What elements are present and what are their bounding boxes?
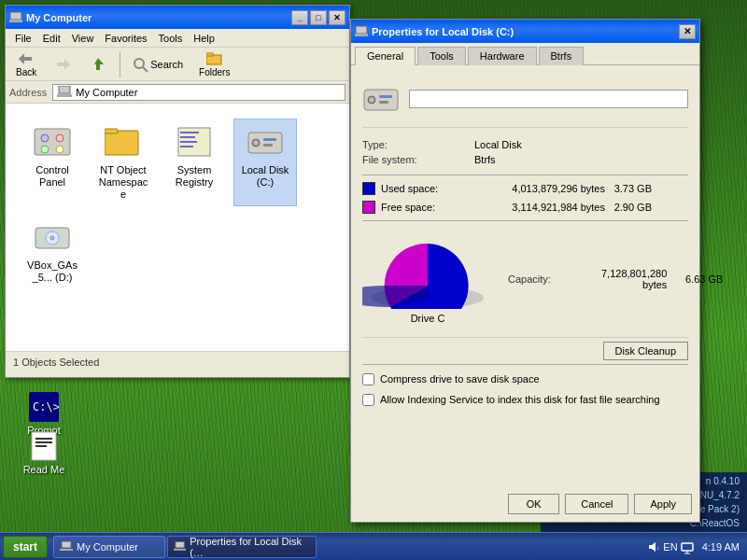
file-icon-local-disk[interactable]: Local Disk (C:) — [233, 119, 297, 206]
menu-edit[interactable]: Edit — [37, 31, 66, 46]
taskbar-item-properties[interactable]: Properties for Local Disk (… — [167, 536, 317, 558]
cancel-button[interactable]: Cancel — [565, 494, 628, 514]
up-button[interactable] — [82, 54, 114, 75]
svg-marker-10 — [94, 58, 104, 64]
file-icon-nt-namespace[interactable]: NT Object Namespace — [92, 119, 155, 206]
search-icon — [132, 56, 148, 73]
minimize-button[interactable]: _ — [291, 10, 308, 25]
disk-cleanup-button[interactable]: Disk Cleanup — [603, 342, 688, 360]
taskbar-tray: ♪ EN 4:19 AM — [639, 539, 747, 554]
tab-tools-label: Tools — [430, 50, 454, 62]
taskbar: start My Computer Properties for Local D… — [0, 532, 747, 560]
desktop-icon-readme[interactable]: Read Me — [11, 431, 77, 476]
type-row: Type: Local Disk — [362, 137, 688, 152]
pie-label: Drive C — [411, 313, 445, 324]
compress-checkbox-row: Compress drive to save disk space — [362, 369, 688, 389]
tab-hardware[interactable]: Hardware — [468, 47, 537, 65]
compress-label: Compress drive to save disk space — [380, 372, 540, 385]
file-icon-control-panel[interactable]: Control Panel — [21, 119, 84, 206]
svg-point-20 — [56, 134, 63, 142]
folders-button[interactable]: Folders — [192, 49, 236, 80]
mycomputer-titlebar-icon — [9, 11, 22, 24]
maximize-button[interactable]: □ — [310, 10, 327, 25]
readme-icon — [29, 431, 59, 461]
file-icon-vbox[interactable]: VBox_GAs_5... (D:) — [21, 214, 84, 288]
local-disk-label: Local Disk (C:) — [238, 164, 292, 189]
taskbar-mycomputer-label: My Computer — [77, 541, 138, 553]
info-table: Type: Local Disk File system: Btrfs — [362, 137, 688, 167]
registry-icon — [176, 123, 213, 161]
menu-file[interactable]: File — [9, 31, 37, 46]
back-icon — [17, 51, 35, 66]
status-text: 1 Objects Selected — [13, 357, 99, 368]
svg-rect-49 — [174, 548, 186, 550]
svg-rect-24 — [105, 129, 118, 133]
svg-rect-39 — [355, 34, 368, 36]
dialog-close-button[interactable]: ✕ — [679, 24, 696, 39]
start-button[interactable]: start — [3, 536, 48, 558]
menu-favorites[interactable]: Favorites — [99, 31, 152, 46]
type-label: Type: — [362, 139, 474, 150]
free-space-bytes: 3,114,921,984 bytes — [474, 202, 605, 213]
svg-rect-43 — [379, 95, 392, 98]
search-button[interactable]: Search — [126, 54, 189, 75]
network-icon — [680, 539, 695, 554]
apply-button[interactable]: Apply — [634, 494, 692, 514]
svg-marker-9 — [57, 59, 70, 70]
tab-general[interactable]: General — [355, 47, 416, 65]
indexing-checkbox[interactable] — [362, 394, 374, 406]
compress-checkbox[interactable] — [362, 373, 374, 385]
folders-label: Folders — [199, 67, 230, 77]
svg-rect-16 — [59, 86, 70, 93]
svg-rect-34 — [263, 144, 273, 147]
separator-3 — [362, 364, 688, 365]
used-space-color — [362, 182, 375, 195]
svg-rect-23 — [105, 131, 138, 155]
svg-rect-4 — [35, 441, 52, 443]
svg-rect-47 — [60, 549, 73, 551]
svg-rect-26 — [180, 132, 199, 133]
menu-tools[interactable]: Tools — [153, 31, 189, 46]
toolbar: Back Search — [6, 48, 349, 81]
capacity-label: Capacity: — [508, 273, 601, 285]
close-button[interactable]: ✕ — [329, 10, 345, 25]
svg-marker-50 — [649, 542, 655, 552]
separator-2 — [362, 220, 688, 221]
address-input[interactable]: My Computer — [52, 84, 345, 101]
file-area: Control Panel NT Object Namespace — [6, 104, 349, 351]
svg-rect-18 — [35, 129, 70, 155]
menu-view[interactable]: View — [66, 31, 100, 46]
tab-tools[interactable]: Tools — [417, 47, 466, 65]
status-bar: 1 Objects Selected — [6, 351, 349, 371]
back-button[interactable]: Back — [9, 49, 43, 80]
properties-dialog: Properties for Local Disk (C:) ✕ General… — [350, 19, 700, 523]
filesystem-label: File system: — [362, 154, 474, 165]
dialog-titlebar: Properties for Local Disk (C:) ✕ — [351, 20, 699, 43]
svg-rect-33 — [263, 138, 276, 141]
search-label: Search — [150, 59, 183, 70]
disk-cleanup-row: Disk Cleanup — [362, 337, 688, 360]
forward-button[interactable] — [47, 54, 78, 75]
drive-name-input[interactable] — [409, 90, 688, 108]
forward-icon — [53, 57, 72, 72]
file-icon-registry[interactable]: System Registry — [162, 119, 226, 206]
menu-bar: File Edit View Favorites Tools Help — [6, 29, 349, 48]
tab-hardware-label: Hardware — [480, 50, 525, 62]
speaker-icon: ♪ — [646, 539, 661, 554]
drive-header — [362, 77, 688, 128]
local-disk-icon — [247, 123, 284, 161]
indexing-label: Allow Indexing Service to index this dis… — [380, 393, 660, 406]
ok-button[interactable]: OK — [508, 494, 559, 514]
control-panel-label: Control Panel — [25, 164, 79, 189]
taskbar-item-mycomputer[interactable]: My Computer — [53, 536, 165, 558]
tray-time: 4:19 AM — [702, 541, 740, 553]
svg-point-12 — [134, 59, 144, 68]
svg-rect-28 — [180, 141, 197, 143]
tab-btrfs[interactable]: Btrfs — [539, 47, 585, 65]
nt-namespace-label: NT Object Namespace — [96, 164, 150, 202]
menu-help[interactable]: Help — [188, 31, 220, 46]
mycomputer-window: My Computer _ □ ✕ File Edit View Favorit… — [5, 5, 350, 378]
svg-rect-38 — [356, 26, 367, 34]
desktop-icon-prompt[interactable]: C:\> Prompt — [11, 392, 77, 437]
svg-marker-8 — [19, 53, 32, 64]
